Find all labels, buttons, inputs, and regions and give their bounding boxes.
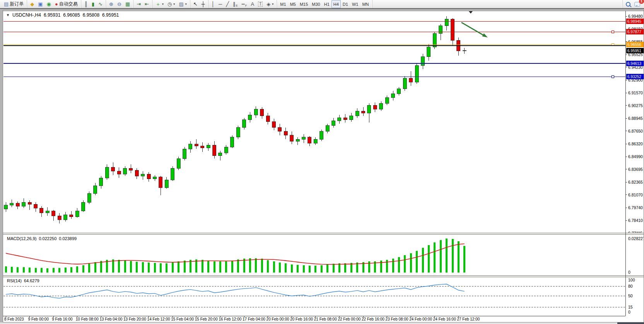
text-label-button[interactable]: T (256, 0, 265, 8)
text-button[interactable]: A (249, 0, 256, 8)
timeframe-m1-button-label: M1 (280, 2, 286, 7)
level-price-label: 6.98945 (627, 19, 642, 24)
macd-histogram-bar (100, 261, 102, 273)
zoom-in-button[interactable]: ⊕ (107, 0, 115, 8)
notifications-button[interactable]: 1 (632, 0, 642, 8)
bear-candle (213, 145, 216, 156)
timeframe-h1-button[interactable]: H1 (322, 0, 331, 8)
terminal-button[interactable]: ▣ (36, 0, 44, 8)
price-tick-label: 6.81070 (628, 193, 643, 197)
line-drag-handle[interactable] (612, 75, 614, 78)
autotrading-icon: ● (55, 1, 58, 7)
macd-histogram-bar (58, 268, 60, 273)
signals-button[interactable]: ◉ (45, 0, 53, 8)
zoom-out-button[interactable]: ⊖ (115, 0, 123, 8)
vertical-line-icon: │ (212, 1, 215, 7)
crosshair-button[interactable]: ┼ (200, 0, 207, 8)
search-button[interactable] (624, 0, 632, 8)
auto-scroll-button[interactable]: ⇥ (135, 0, 143, 8)
macd-histogram-bar (333, 264, 335, 273)
bear-candle (451, 19, 454, 40)
autotrading-button[interactable]: ●自动交易 (53, 0, 80, 8)
bull-candle (82, 202, 85, 211)
shapes-icon: ◈ (266, 1, 270, 7)
line-drag-handle[interactable] (612, 31, 614, 33)
bull-candle (445, 19, 448, 26)
fibonacci-icon: ┅ (242, 1, 245, 7)
bull-candle (332, 121, 335, 126)
timeframe-w1-button[interactable]: W1 (350, 0, 360, 8)
horizontal-line-button[interactable]: ─ (217, 0, 224, 8)
macd-histogram-bar (273, 261, 275, 273)
periods-button[interactable]: ◷▾ (166, 0, 177, 8)
trend-arrow-head[interactable] (482, 33, 488, 38)
add-indicator-button[interactable]: ＋▾ (154, 0, 166, 8)
bull-candle (123, 168, 127, 174)
trend-arrow-annotation[interactable] (461, 22, 483, 35)
bull-candle (87, 193, 91, 202)
macd-histogram-bar (243, 259, 245, 273)
timeframe-m1-button[interactable]: M1 (278, 0, 288, 8)
price-tick-label: 6.84990 (628, 154, 643, 159)
candlestick-chart-button[interactable]: ▮ (90, 0, 96, 8)
bull-candle (248, 115, 252, 120)
macd-histogram-bar (166, 263, 167, 273)
timeframe-h4-button[interactable]: H4 (331, 0, 341, 8)
macd-histogram-bar (338, 263, 340, 273)
market-watch-button[interactable]: ◆ (28, 0, 36, 8)
clock-icon: ◷ (167, 1, 172, 7)
macd-indicator-label: MACD(12,26,9) 0.022250 0.023899 (7, 236, 77, 241)
trendline-button[interactable]: ╱ (224, 0, 231, 8)
timeframe-m15-button[interactable]: M15 (298, 0, 310, 8)
timeframe-m30-button[interactable]: M30 (310, 0, 322, 8)
macd-histogram-bar (291, 264, 293, 273)
current-price-label: 6.95951 (627, 49, 642, 53)
equidistant-channel-button[interactable]: ∥E (231, 0, 240, 8)
macd-histogram-bar (82, 265, 84, 273)
templates-button[interactable]: ▨▾ (177, 0, 188, 8)
bear-candle (117, 171, 121, 174)
tile-windows-button[interactable]: ▦ (123, 0, 132, 8)
price-tick-label: 6.87650 (628, 129, 643, 133)
macd-histogram-bar (446, 239, 448, 273)
macd-histogram-bar (416, 251, 418, 273)
macd-histogram-bar (398, 257, 400, 273)
bear-candle (52, 211, 55, 216)
bear-candle (16, 203, 19, 206)
macd-histogram-bar (219, 261, 221, 273)
timeframe-d1-button[interactable]: D1 (341, 0, 350, 8)
level-price-label: 6.97877 (627, 30, 642, 34)
equidistant-channel-icon: ∥ (233, 1, 236, 7)
timeframe-m5-button[interactable]: M5 (288, 0, 298, 8)
line-chart-icon: ∿ (98, 1, 102, 7)
search-icon (626, 2, 630, 7)
rsi-axis-label: 50 (628, 293, 633, 298)
bull-candle (320, 131, 323, 139)
timeframe-mn-button[interactable]: MN (360, 0, 371, 8)
bull-candle (254, 109, 258, 115)
bull-candle (302, 137, 306, 139)
price-tick-label: 6.83695 (628, 167, 643, 172)
vertical-line-button[interactable]: │ (210, 0, 217, 8)
bull-candle (314, 139, 317, 143)
macd-histogram-bar (452, 239, 454, 273)
bull-candle (415, 65, 419, 82)
date-tick-label: 9 Feb 00:00 (28, 317, 49, 321)
chart-shift-button[interactable]: ⇤ (143, 0, 151, 8)
cursor-button[interactable]: ↖ (191, 0, 200, 8)
macd-histogram-bar (136, 262, 138, 273)
fibonacci-button[interactable]: ┅F (240, 0, 249, 8)
line-chart-button[interactable]: ∿ (96, 0, 104, 8)
macd-histogram-bar (172, 263, 174, 273)
quick-trade-expander-icon[interactable]: ▼ (6, 12, 10, 18)
new-order-button[interactable]: ▤新订单 (2, 0, 26, 8)
macd-axis-label: 0.028227 (628, 236, 644, 241)
bar-chart-button[interactable]: ║ (82, 0, 90, 8)
bull-candle (236, 128, 240, 137)
caret-down-icon: ▾ (162, 2, 164, 6)
shapes-button[interactable]: ◈▾ (265, 0, 275, 8)
chart-canvas[interactable]: 6.994806.981506.968556.955256.942306.929… (3, 10, 644, 322)
new-order-icon: ▤ (4, 1, 9, 7)
bear-candle (373, 105, 377, 109)
price-tick-label: 6.99480 (628, 14, 643, 19)
